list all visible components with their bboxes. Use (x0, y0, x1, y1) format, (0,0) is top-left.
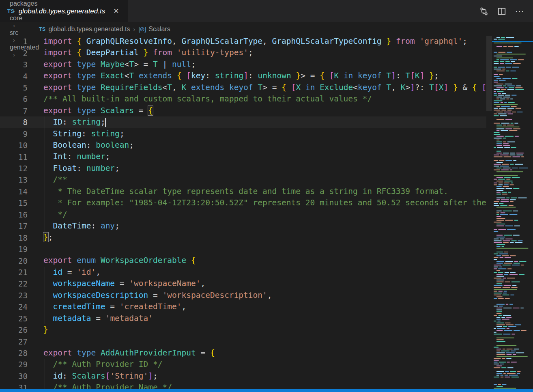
line-number: 30 (0, 372, 28, 381)
breadcrumb-symbol-label: Scalars (148, 26, 170, 33)
line-number: 10 (0, 141, 28, 150)
line-number: 12 (0, 164, 28, 173)
status-bar-strip (0, 389, 533, 392)
code-line-15[interactable]: 15 * For example: "1985-04-12T23:20:50.5… (0, 197, 486, 209)
breadcrumb-item-src[interactable]: src (10, 29, 39, 37)
line-number: 29 (0, 360, 28, 369)
line-content: /** Auth Provider ID */ (28, 359, 486, 370)
code-line-22[interactable]: 22 workspaceName = 'workspaceName', (0, 278, 486, 289)
code-lines[interactable]: 1import { GraphQLResolveInfo, GraphQLSca… (0, 36, 486, 392)
line-number: 26 (0, 325, 28, 334)
code-line-13[interactable]: 13 /** (0, 174, 486, 185)
code-line-20[interactable]: 20export enum WorkspaceOrderable { (0, 255, 486, 266)
code-line-5[interactable]: 5export type RequireFields<T, K extends … (0, 82, 486, 93)
code-line-7[interactable]: 7export type Scalars = { (0, 105, 486, 116)
line-content: export type RequireFields<T, K extends k… (28, 82, 486, 93)
line-content: DateTime: any; (28, 220, 486, 232)
line-number: 1 (0, 37, 28, 46)
line-number: 9 (0, 129, 28, 138)
line-content: * The DateTime scalar type represents da… (28, 186, 486, 197)
line-number: 25 (0, 314, 28, 323)
breadcrumb-item-packages[interactable]: packages (10, 0, 39, 7)
minimap[interactable] (492, 36, 533, 392)
line-content: */ (28, 209, 486, 220)
code-line-1[interactable]: 1import { GraphQLResolveInfo, GraphQLSca… (0, 36, 486, 47)
code-line-10[interactable]: 10 Boolean: boolean; (0, 140, 486, 151)
more-actions-icon[interactable]: ⋯ (513, 4, 527, 18)
open-changes-icon[interactable] (477, 4, 491, 18)
line-content: createdTime = 'createdTime', (28, 301, 486, 312)
line-number: 27 (0, 337, 28, 346)
code-line-12[interactable]: 12 Float: number; (0, 163, 486, 174)
line-number: 8 (0, 118, 28, 127)
breadcrumb-file[interactable]: TS global.db.types.generated.ts (39, 26, 130, 33)
breadcrumb-symbol-scalars[interactable]: [⊘] Scalars (138, 26, 170, 33)
code-line-27[interactable]: 27 (0, 336, 486, 347)
line-number: 4 (0, 72, 28, 81)
tab-bar: TS global.db.types.generated.ts ✕ ⋯ (0, 0, 533, 22)
code-line-29[interactable]: 29 /** Auth Provider ID */ (0, 359, 486, 370)
line-number: 23 (0, 291, 28, 300)
line-content: id = 'id', (28, 267, 486, 278)
code-line-30[interactable]: 30 id: Scalars['String']; (0, 370, 486, 382)
split-editor-icon[interactable] (495, 4, 509, 18)
line-number: 5 (0, 83, 28, 92)
breadcrumb-file-label: global.db.types.generated.ts (48, 26, 130, 33)
close-tab-icon[interactable]: ✕ (112, 6, 120, 16)
line-number: 15 (0, 198, 28, 207)
code-line-24[interactable]: 24 createdTime = 'createdTime', (0, 301, 486, 312)
line-content: workspaceDescription = 'workspaceDescrip… (28, 290, 486, 301)
code-line-8[interactable]: 8 ID: string; (0, 116, 486, 128)
line-number: 19 (0, 245, 28, 254)
code-line-14[interactable]: 14 * The DateTime scalar type represents… (0, 186, 486, 197)
symbol-type-icon: [⊘] (138, 26, 146, 33)
line-content: /** All built-in and custom scalars, map… (28, 93, 486, 105)
line-content: String: string; (28, 128, 486, 140)
breadcrumb-item-core[interactable]: core (10, 15, 39, 22)
line-number: 3 (0, 60, 28, 69)
line-content: import { DeepPartial } from 'utility-typ… (28, 47, 486, 58)
line-content: export type Exact<T extends { [key: stri… (28, 70, 486, 82)
code-line-6[interactable]: 6/** All built-in and custom scalars, ma… (0, 93, 486, 105)
code-line-11[interactable]: 11 Int: number; (0, 151, 486, 162)
line-number: 21 (0, 268, 28, 277)
breadcrumb-separator: › (13, 7, 15, 14)
line-content: Boolean: boolean; (28, 140, 486, 151)
code-line-2[interactable]: 2import { DeepPartial } from 'utility-ty… (0, 47, 486, 58)
line-content: /** (28, 174, 486, 185)
line-content: * For example: "1985-04-12T23:20:50.52Z"… (28, 197, 486, 209)
code-line-3[interactable]: 3export type Maybe<T> = T | null; (0, 59, 486, 70)
line-content: } (28, 324, 486, 336)
code-line-28[interactable]: 28export type AddAuthProviderInput = { (0, 347, 486, 359)
editor-scrollbar[interactable] (486, 36, 492, 392)
line-content: export type Scalars = { (28, 105, 486, 116)
code-line-4[interactable]: 4export type Exact<T extends { [key: str… (0, 70, 486, 82)
line-number: 13 (0, 175, 28, 184)
editor-actions: ⋯ (477, 0, 533, 22)
code-line-9[interactable]: 9 String: string; (0, 128, 486, 140)
line-content: Float: number; (28, 163, 486, 174)
line-number: 6 (0, 95, 28, 103)
code-line-19[interactable]: 19 (0, 243, 486, 255)
line-number: 14 (0, 187, 28, 196)
line-content: export type Maybe<T> = T | null; (28, 59, 486, 70)
editor: 1import { GraphQLResolveInfo, GraphQLSca… (0, 36, 533, 392)
line-number: 22 (0, 279, 28, 288)
line-number: 24 (0, 302, 28, 311)
scrollbar-slider[interactable] (486, 36, 492, 111)
code-line-23[interactable]: 23 workspaceDescription = 'workspaceDesc… (0, 290, 486, 301)
code-line-16[interactable]: 16 */ (0, 209, 486, 220)
code-line-25[interactable]: 25 metadata = 'metadata' (0, 313, 486, 324)
code-line-17[interactable]: 17 DateTime: any; (0, 220, 486, 232)
code-line-18[interactable]: 18}; (0, 232, 486, 243)
code-line-26[interactable]: 26} (0, 324, 486, 336)
line-number: 16 (0, 210, 28, 219)
line-content: import { GraphQLResolveInfo, GraphQLScal… (28, 36, 486, 47)
code-line-21[interactable]: 21 id = 'id', (0, 267, 486, 278)
line-number: 11 (0, 153, 28, 162)
minimap-canvas (492, 36, 533, 392)
line-number: 2 (0, 49, 28, 58)
minimap-cursor-line (492, 41, 533, 42)
breadcrumb-separator: › (133, 26, 135, 32)
breadcrumb: packages›core›src›generated› TS global.d… (0, 22, 533, 36)
